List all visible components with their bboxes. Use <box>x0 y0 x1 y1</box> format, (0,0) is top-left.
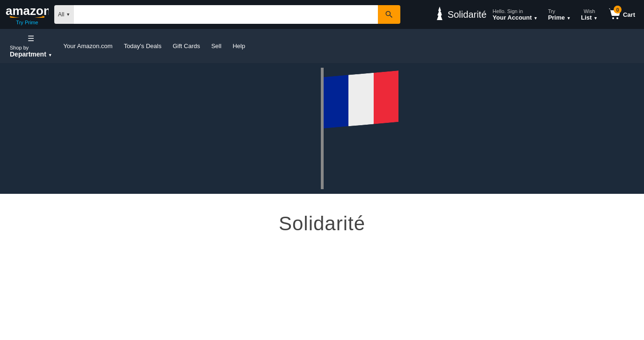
wish-bottom-text: List ▼ <box>581 14 598 21</box>
svg-rect-5 <box>438 15 441 16</box>
chevron-prime-icon: ▼ <box>566 16 571 21</box>
chevron-down-icon: ▼ <box>66 12 70 17</box>
svg-rect-7 <box>438 18 441 19</box>
shop-by-department[interactable]: ☰ Shop by Department ▼ <box>5 31 58 61</box>
try-prime-nav[interactable]: Try Prime ▼ <box>544 6 575 23</box>
amazon-logo: amazon <box>6 4 49 20</box>
header-right: Solidarité Hello. Sign in Your Account ▼… <box>434 4 638 25</box>
wish-top-text: Wish <box>584 8 595 14</box>
french-flag <box>324 77 398 130</box>
svg-rect-3 <box>439 11 441 12</box>
account-bottom-text: Your Account ▼ <box>492 14 537 21</box>
cart-button[interactable]: 0 Cart <box>604 4 638 25</box>
wish-list-link[interactable]: Wish List ▼ <box>577 6 602 23</box>
svg-marker-4 <box>437 12 442 15</box>
cart-count-badge: 0 <box>614 6 622 14</box>
svg-rect-10 <box>324 75 348 128</box>
cart-label: Cart <box>623 11 635 18</box>
search-icon <box>384 10 394 19</box>
nav-help[interactable]: Help <box>227 39 250 53</box>
search-bar: All ▼ <box>54 5 400 24</box>
search-button[interactable] <box>378 5 400 24</box>
svg-rect-11 <box>348 73 374 127</box>
try-prime-link[interactable]: Try Prime <box>16 20 38 25</box>
chevron-wish-icon: ▼ <box>593 16 598 21</box>
chevron-dept-icon: ▼ <box>48 53 52 57</box>
prime-bottom-text: Prime ▼ <box>548 14 571 21</box>
header: amazon Try Prime All ▼ <box>0 0 644 29</box>
nav-gift-cards[interactable]: Gift Cards <box>167 39 205 53</box>
nav-your-amazon[interactable]: Your Amazon.com <box>58 39 118 53</box>
prime-top-text: Try <box>548 8 571 14</box>
svg-rect-12 <box>374 71 398 124</box>
flag-container <box>275 68 369 189</box>
search-category-dropdown[interactable]: All ▼ <box>54 5 74 24</box>
svg-point-9 <box>616 17 618 19</box>
navigation-bar: ☰ Shop by Department ▼ Your Amazon.com T… <box>0 29 644 63</box>
account-link[interactable]: Hello. Sign in Your Account ▼ <box>488 6 542 23</box>
eiffel-tower-icon <box>434 6 445 23</box>
main-content: Solidarité <box>0 194 644 254</box>
svg-point-8 <box>612 17 614 19</box>
account-top-text: Hello. Sign in <box>492 8 537 14</box>
nav-todays-deals[interactable]: Today's Deals <box>119 39 167 53</box>
chevron-account-icon: ▼ <box>534 16 538 21</box>
solidarite-header-text: Solidarité <box>448 9 486 20</box>
amazon-logo-area[interactable]: amazon Try Prime <box>6 4 49 25</box>
hero-section <box>0 63 644 194</box>
svg-text:amazon: amazon <box>6 4 49 18</box>
nav-sell[interactable]: Sell <box>206 39 227 53</box>
svg-marker-2 <box>438 7 441 11</box>
search-input[interactable] <box>74 5 378 24</box>
solidarite-title: Solidarité <box>9 212 635 235</box>
hamburger-icon: ☰ <box>28 34 34 43</box>
solidarite-header: Solidarité <box>434 6 486 23</box>
